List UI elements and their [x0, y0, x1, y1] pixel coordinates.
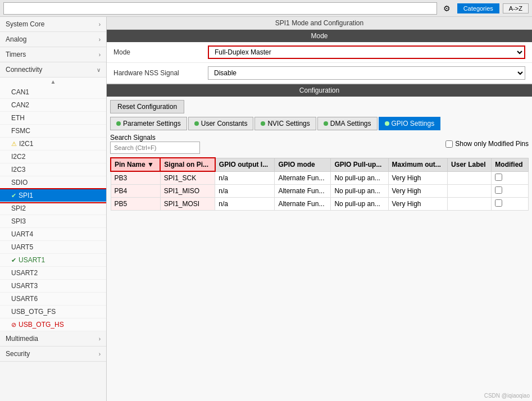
cell-output: n/a [215, 171, 275, 184]
chevron-right-icon: › [99, 21, 101, 28]
chevron-right-icon: › [99, 351, 101, 357]
warning-icon: ⚠ [11, 140, 17, 148]
sub-item-label: I2C1 [19, 140, 33, 148]
sub-item-label: USB_OTG_HS [19, 321, 64, 329]
chevron-right-icon: › [99, 336, 101, 342]
sidebar-item-i2c2[interactable]: I2C2 [0, 151, 106, 163]
no-icon: ⊘ [11, 321, 16, 329]
tab-nvic-settings[interactable]: NVIC Settings [254, 117, 316, 130]
sidebar-item-usart3[interactable]: USART3 [0, 280, 106, 293]
sidebar-item-analog[interactable]: Analog › [0, 32, 106, 47]
sidebar-item-spi2[interactable]: SPI2 [0, 202, 106, 215]
chevron-right-icon: › [99, 37, 101, 43]
check-icon: ✔ [11, 192, 16, 199]
sub-item-label: USB_OTG_FS [11, 308, 56, 316]
sidebar-item-connectivity[interactable]: Connectivity ∨ [0, 62, 106, 78]
sub-item-label: SPI3 [11, 217, 26, 225]
sidebar-item-i2c1[interactable]: ⚠ I2C1 [0, 138, 106, 151]
config-tabs: Parameter Settings User Constants NVIC S… [110, 117, 529, 130]
sidebar-item-usart2[interactable]: USART2 [0, 267, 106, 280]
tab-gpio-settings[interactable]: GPIO Settings [379, 117, 441, 130]
sidebar-item-label: System Core [6, 20, 44, 28]
sidebar-item-fsmc[interactable]: FSMC [0, 125, 106, 138]
chevron-down-icon: ∨ [97, 67, 101, 73]
sidebar-item-spi1[interactable]: ✔ SPI1 [0, 189, 106, 202]
az-tab[interactable]: A->Z [503, 3, 529, 13]
cell-signal: SPI1_MISO [160, 184, 215, 197]
modified-checkbox[interactable] [495, 174, 502, 181]
search-signals-input[interactable] [110, 142, 200, 154]
sidebar-item-i2c3[interactable]: I2C3 [0, 163, 106, 176]
cell-modified [492, 171, 529, 184]
show-modified-label: Show only Modified Pins [455, 140, 529, 148]
sidebar-item-usart6[interactable]: USART6 [0, 293, 106, 306]
sidebar-item-eth[interactable]: ETH [0, 112, 106, 125]
col-gpio-mode: GPIO mode [275, 158, 331, 171]
cell-output: n/a [215, 184, 275, 197]
sidebar-item-uart5[interactable]: UART5 [0, 241, 106, 254]
sub-item-label: USART3 [11, 282, 38, 290]
sidebar-item-system-core[interactable]: System Core › [0, 17, 106, 32]
main-area: System Core › Analog › Timers › Connecti… [0, 17, 532, 401]
top-bar: ⚙ Categories A->Z [0, 0, 532, 17]
categories-tab[interactable]: Categories [457, 3, 499, 13]
cell-max-out: Very High [388, 184, 448, 197]
sidebar-item-multimedia[interactable]: Multimedia › [0, 331, 106, 347]
cell-max-out: Very High [388, 171, 448, 184]
table-header: Pin Name ▼ Signal on Pi... GPIO output I… [111, 158, 529, 171]
sidebar-item-label: Analog [6, 35, 26, 43]
sidebar-item-sdio[interactable]: SDIO [0, 176, 106, 189]
cell-output: n/a [215, 197, 275, 210]
sub-item-label: USART6 [11, 295, 38, 303]
top-search-input[interactable] [3, 2, 437, 15]
sidebar-item-can1[interactable]: CAN1 [0, 86, 106, 99]
sidebar-item-usb-otg-fs[interactable]: USB_OTG_FS [0, 306, 106, 318]
cell-modified [492, 184, 529, 197]
modified-checkbox[interactable] [495, 199, 502, 207]
col-modified: Modified [492, 158, 529, 171]
sidebar-item-timers[interactable]: Timers › [0, 47, 106, 62]
cell-pin-name: PB5 [111, 197, 160, 210]
sidebar-item-usb-otg-hs[interactable]: ⊘ USB_OTG_HS [0, 318, 106, 331]
cell-signal: SPI1_SCK [160, 171, 215, 184]
sidebar: System Core › Analog › Timers › Connecti… [0, 17, 107, 401]
tab-dma-settings[interactable]: DMA Settings [317, 117, 378, 130]
cell-pin-name: PB3 [111, 171, 160, 184]
sidebar-item-security[interactable]: Security › [0, 347, 106, 362]
sub-item-label: SDIO [11, 179, 28, 186]
sidebar-item-uart4[interactable]: UART4 [0, 228, 106, 241]
sub-item-label: ETH [11, 114, 25, 122]
reset-configuration-button[interactable]: Reset Configuration [110, 100, 184, 113]
dot-icon [194, 121, 199, 126]
cell-signal: SPI1_MOSI [160, 197, 215, 210]
sub-item-label: USART1 [19, 256, 45, 264]
sidebar-item-can2[interactable]: CAN2 [0, 99, 106, 112]
col-pin-name: Pin Name ▼ [111, 158, 160, 171]
config-body: Reset Configuration Parameter Settings U… [107, 97, 532, 401]
nss-label: Hardware NSS Signal [113, 69, 203, 77]
tab-parameter-settings[interactable]: Parameter Settings [110, 117, 187, 130]
sidebar-item-usart1[interactable]: ✔ USART1 [0, 254, 106, 267]
modified-checkbox[interactable] [495, 186, 502, 194]
col-user-label: User Label [448, 158, 492, 171]
gear-button[interactable]: ⚙ [440, 2, 454, 15]
search-signals-label: Search Signals [110, 134, 156, 142]
sub-item-label: CAN1 [11, 88, 29, 96]
show-modified-checkbox[interactable] [445, 140, 453, 148]
table-body: PB3 SPI1_SCK n/a Alternate Fun... No pul… [111, 171, 529, 210]
mode-select[interactable]: Full-Duplex Master Disable Full-Duplex S… [208, 45, 525, 59]
tab-label: GPIO Settings [392, 120, 435, 127]
chevron-right-icon: › [99, 52, 101, 58]
show-modified-row: Show only Modified Pins [445, 140, 529, 148]
watermark: CSDN @iqiaoqiao [484, 393, 530, 399]
sub-item-label: SPI2 [11, 204, 26, 212]
sidebar-item-spi3[interactable]: SPI3 [0, 215, 106, 228]
nss-select[interactable]: Disable Enable [208, 66, 525, 80]
table-container: Pin Name ▼ Signal on Pi... GPIO output I… [110, 157, 529, 398]
config-section: Configuration Reset Configuration Parame… [107, 84, 532, 401]
tab-user-constants[interactable]: User Constants [188, 117, 254, 130]
table-row: PB3 SPI1_SCK n/a Alternate Fun... No pul… [111, 171, 529, 184]
sub-item-label: USART2 [11, 269, 38, 277]
config-header: Configuration [107, 84, 532, 97]
col-gpio-pull: GPIO Pull-up... [331, 158, 388, 171]
